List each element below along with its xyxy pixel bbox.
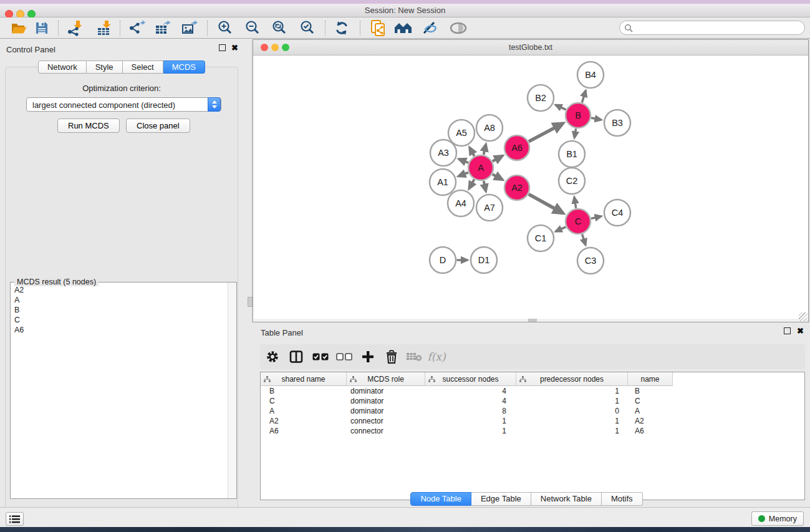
float-table-panel-icon[interactable] — [784, 327, 791, 334]
table-cell[interactable]: connector — [346, 417, 424, 427]
graph-node-A4[interactable]: A4 — [448, 190, 474, 216]
add-column-icon[interactable] — [359, 348, 377, 365]
graph-edge-B-B1[interactable] — [574, 128, 576, 138]
table-cell[interactable]: A2 — [627, 417, 672, 427]
graph-node-A2[interactable]: A2 — [504, 175, 529, 200]
graph-edge-C-C2[interactable] — [574, 197, 576, 208]
table-cell[interactable]: dominator — [346, 407, 424, 417]
graph-node-B4[interactable]: B4 — [577, 62, 604, 88]
delete-column-icon[interactable] — [382, 348, 401, 365]
window-resize-grip[interactable] — [799, 312, 808, 321]
network-window-titlebar[interactable]: testGlobe.txt — [253, 40, 808, 56]
table-row[interactable]: Cdominator41C — [261, 397, 804, 407]
result-item[interactable]: A2 — [11, 285, 225, 295]
result-item[interactable]: A — [11, 295, 225, 305]
criterion-select[interactable]: largest connected component (directed) — [26, 97, 221, 112]
open-file-icon[interactable] — [8, 19, 29, 37]
table-row[interactable]: Adominator80A — [261, 407, 804, 417]
graph-edge-A-A7[interactable] — [484, 181, 486, 191]
column-header-successor-nodes[interactable]: successor nodes — [425, 372, 516, 386]
graph-node-C3[interactable]: C3 — [577, 248, 604, 274]
table-cell[interactable]: C — [261, 397, 346, 407]
graph-edge-C-C4[interactable] — [591, 216, 601, 219]
tab-network-table[interactable]: Network Table — [531, 492, 602, 506]
table-cell[interactable]: C — [627, 397, 672, 407]
table-cell[interactable]: 1 — [515, 427, 627, 437]
close-panel-button[interactable]: Close panel — [126, 118, 190, 133]
select-all-checkboxes-icon[interactable] — [311, 348, 330, 365]
hide-selected-icon[interactable] — [420, 19, 441, 37]
export-network-icon[interactable] — [126, 19, 147, 37]
show-all-icon[interactable] — [448, 19, 469, 37]
refresh-icon[interactable] — [331, 19, 352, 37]
table-cell[interactable]: 1 — [515, 417, 627, 427]
graph-edge-B-B2[interactable] — [556, 105, 566, 110]
node-table[interactable]: shared nameMCDS rolesuccessor nodesprede… — [260, 372, 805, 500]
close-panel-icon[interactable]: ✖ — [231, 44, 238, 51]
table-cell[interactable]: A6 — [261, 427, 346, 437]
import-network-icon[interactable] — [64, 19, 85, 37]
network-horizontal-scrollbar[interactable] — [254, 319, 808, 322]
graph-node-A8[interactable]: A8 — [476, 115, 503, 141]
result-item[interactable]: B — [11, 305, 225, 315]
table-cell[interactable]: 4 — [424, 397, 515, 407]
graph-edge-A-A1[interactable] — [458, 173, 468, 177]
table-row[interactable]: A6connector11A6 — [261, 427, 804, 437]
graph-node-A1[interactable]: A1 — [430, 169, 456, 195]
tab-style[interactable]: Style — [87, 60, 123, 74]
memory-button[interactable]: Memory — [751, 511, 804, 526]
column-header-shared-name[interactable]: shared name — [261, 372, 347, 386]
graph-node-C1[interactable]: C1 — [528, 225, 554, 251]
settings-gear-icon[interactable] — [263, 348, 282, 365]
graph-edge-C-C3[interactable] — [582, 234, 586, 244]
result-item[interactable]: C — [11, 315, 225, 325]
graph-node-D[interactable]: D — [430, 247, 456, 273]
result-scrollbar[interactable] — [228, 283, 236, 498]
run-mcds-button[interactable]: Run MCDS — [57, 118, 120, 133]
graph-node-B1[interactable]: B1 — [559, 141, 585, 167]
graph-edge-A-A3[interactable] — [459, 159, 468, 163]
column-header-MCDS-role[interactable]: MCDS role — [347, 372, 425, 386]
save-session-icon[interactable] — [31, 19, 52, 37]
network-horizontal-scroll-thumb[interactable] — [528, 319, 537, 322]
tab-select[interactable]: Select — [123, 60, 163, 74]
table-cell[interactable]: dominator — [346, 387, 424, 397]
table-cell[interactable]: dominator — [346, 397, 424, 407]
table-cell[interactable]: 1 — [515, 397, 627, 407]
graph-node-A3[interactable]: A3 — [430, 140, 456, 166]
export-image-icon[interactable] — [179, 19, 200, 37]
zoom-in-icon[interactable] — [215, 19, 236, 37]
zoom-fit-icon[interactable] — [269, 19, 290, 37]
zoom-out-icon[interactable] — [242, 19, 263, 37]
search-box[interactable] — [619, 21, 805, 35]
export-table-icon[interactable] — [152, 19, 173, 37]
graph-node-A7[interactable]: A7 — [476, 195, 503, 221]
graph-edge-C-C1[interactable] — [556, 227, 566, 231]
task-history-button[interactable] — [6, 512, 24, 526]
result-item[interactable]: A6 — [11, 325, 225, 335]
graph-node-B2[interactable]: B2 — [528, 85, 554, 111]
graph-node-D1[interactable]: D1 — [471, 247, 497, 273]
graph-edge-A6-B[interactable] — [529, 123, 563, 142]
table-cell[interactable]: 1 — [424, 417, 515, 427]
table-cell[interactable]: connector — [346, 427, 424, 437]
graph-edge-B-B4[interactable] — [582, 90, 586, 102]
close-table-panel-icon[interactable]: ✖ — [797, 327, 804, 334]
graph-edge-A-A5[interactable] — [470, 148, 475, 157]
network-canvas[interactable]: B4B2BB3B1A5A8A6A3AA1C2A4A7A2C4CC1C3DD1 — [253, 56, 808, 322]
column-header-name[interactable]: name — [628, 372, 673, 386]
graph-node-A[interactable]: A — [468, 155, 493, 180]
search-input[interactable] — [635, 22, 801, 34]
graph-edge-A-A2[interactable] — [493, 174, 503, 180]
tab-edge-table[interactable]: Edge Table — [471, 492, 531, 506]
graph-node-B3[interactable]: B3 — [604, 110, 630, 136]
tab-mcds[interactable]: MCDS — [163, 60, 205, 74]
table-row[interactable]: A2connector11A2 — [261, 417, 804, 427]
deselect-checkboxes-icon[interactable] — [335, 348, 354, 365]
graph-edge-A-A4[interactable] — [469, 180, 474, 189]
graph-edge-B-B3[interactable] — [591, 118, 601, 120]
graph-node-B[interactable]: B — [566, 103, 591, 128]
column-layout-icon[interactable] — [287, 348, 306, 365]
import-table-icon[interactable] — [94, 19, 115, 37]
network-vertical-scroll-thumb[interactable] — [248, 297, 253, 307]
